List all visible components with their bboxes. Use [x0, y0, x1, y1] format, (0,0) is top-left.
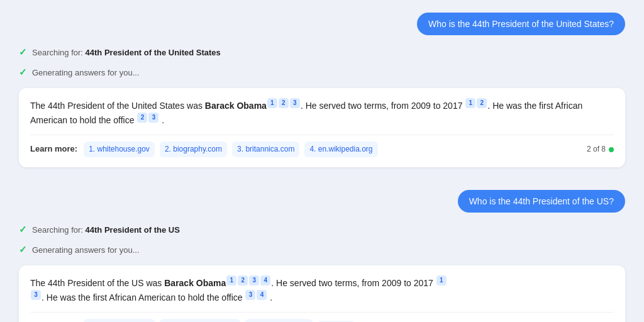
- generating-status-2: ✓ Generating answers for you...: [19, 243, 625, 257]
- user-message-row-1: Who is the 44th President of the United …: [19, 13, 625, 35]
- cite-11[interactable]: 4: [260, 275, 270, 286]
- search-status-1: ✓ Searching for: 44th President of the U…: [19, 45, 625, 59]
- answer-card-1: The 44th President of the United States …: [19, 88, 625, 167]
- answer-period-2: .: [267, 292, 272, 303]
- source-link-2-3[interactable]: 3. biography.com: [245, 319, 313, 322]
- search-status-text-1: Searching for: 44th President of the Uni…: [32, 48, 221, 57]
- answer-prefix-2: The 44th President of the US was: [30, 278, 164, 288]
- search-term-1: 44th President of the United States: [86, 48, 221, 57]
- answer-card-2: The 44th President of the US was Barack …: [19, 265, 625, 322]
- cite-4[interactable]: 1: [465, 98, 475, 108]
- cite-12[interactable]: 1: [436, 275, 447, 286]
- user-bubble-2: Who is the 44th President of the US?: [458, 190, 625, 213]
- person-name-2: Barack Obama: [164, 278, 226, 288]
- answer-text-2: The 44th President of the US was Barack …: [30, 275, 614, 304]
- cite-14[interactable]: 3: [245, 290, 255, 300]
- search-status-text-2: Searching for: 44th President of the US: [32, 225, 180, 235]
- green-dot-1: [609, 147, 614, 152]
- result-count-1: 2 of 8: [587, 143, 614, 155]
- user-query-1: Who is the 44th President of the United …: [428, 19, 614, 29]
- learn-more-bar-1: Learn more: 1. whitehouse.gov 2. biograp…: [30, 135, 614, 157]
- answer-text-end-2: . He was the first African American to h…: [42, 292, 245, 303]
- learn-more-bar-2: Learn more: 1. whitehouse.gov 2. baracko…: [30, 312, 614, 322]
- learn-more-label-1: Learn more:: [30, 143, 77, 156]
- check-icon-3: ✓: [19, 224, 27, 235]
- check-icon-4: ✓: [19, 244, 27, 255]
- source-link-1-3[interactable]: 3. britannica.com: [232, 142, 299, 157]
- answer-prefix-1: The 44th President of the United States …: [30, 101, 205, 111]
- search-status-2: ✓ Searching for: 44th President of the U…: [19, 223, 625, 236]
- generating-text-1: Generating answers for you...: [32, 68, 140, 77]
- source-link-2-1[interactable]: 1. whitehouse.gov: [84, 319, 155, 322]
- user-message-row-2: Who is the 44th President of the US?: [19, 190, 625, 213]
- source-link-1-1[interactable]: 1. whitehouse.gov: [84, 142, 155, 157]
- cite-9[interactable]: 2: [238, 275, 248, 286]
- cite-13[interactable]: 3: [31, 290, 41, 300]
- cite-5[interactable]: 2: [477, 98, 487, 108]
- user-query-2: Who is the 44th President of the US?: [469, 196, 614, 206]
- cite-3[interactable]: 3: [290, 98, 300, 108]
- chat-container: Who is the 44th President of the United …: [0, 0, 644, 322]
- source-link-2-2[interactable]: 2. barackobama.com: [160, 319, 240, 322]
- cite-1[interactable]: 1: [267, 98, 277, 108]
- answer-period-1: .: [159, 115, 164, 125]
- generating-text-2: Generating answers for you...: [32, 245, 140, 255]
- cite-6[interactable]: 2: [137, 113, 147, 123]
- source-link-1-4[interactable]: 4. en.wikipedia.org: [304, 142, 377, 157]
- cite-15[interactable]: 4: [257, 290, 267, 300]
- answer-text-1: The 44th President of the United States …: [30, 98, 614, 127]
- cite-7[interactable]: 3: [148, 113, 158, 123]
- generating-status-1: ✓ Generating answers for you...: [19, 65, 625, 79]
- cite-10[interactable]: 3: [249, 275, 259, 286]
- person-name-1: Barack Obama: [205, 101, 267, 111]
- answer-text-mid-2: . He served two terms, from 2009 to 2017: [271, 278, 435, 288]
- check-icon-1: ✓: [19, 47, 27, 58]
- user-bubble-1: Who is the 44th President of the United …: [417, 13, 625, 35]
- count-label-1: 2 of 8: [587, 143, 606, 155]
- cite-2[interactable]: 2: [279, 98, 289, 108]
- source-link-1-2[interactable]: 2. biography.com: [160, 142, 227, 157]
- check-icon-2: ✓: [19, 67, 27, 78]
- cite-8[interactable]: 1: [226, 275, 236, 286]
- section-gap: [19, 174, 625, 184]
- answer-text-mid-1: . He served two terms, from 2009 to 2017: [301, 101, 465, 111]
- search-term-2: 44th President of the US: [86, 225, 180, 235]
